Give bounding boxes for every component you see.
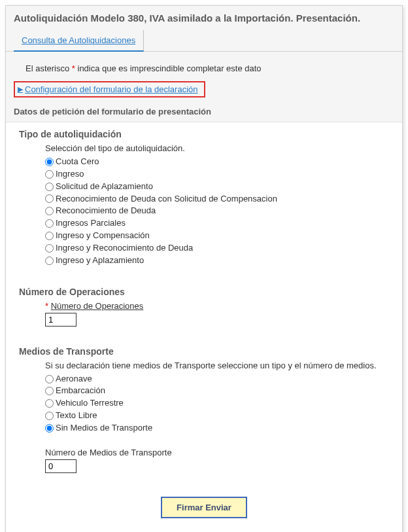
form-content: Tipo de autoliquidación Selección del ti… [6, 122, 402, 532]
numops-input[interactable] [45, 313, 76, 327]
config-link[interactable]: ▶ Configuración del formulario de la dec… [14, 81, 205, 98]
tipo-radio[interactable] [45, 194, 54, 203]
medios-radio[interactable] [45, 424, 54, 433]
tipo-radio[interactable] [45, 219, 54, 228]
medios-option-label: Sin Medios de Transporte [56, 422, 152, 434]
tipo-option[interactable]: Ingreso y Compensación [45, 230, 389, 242]
tipo-radio[interactable] [45, 207, 54, 215]
section-header: Datos de petición del formulario de pres… [6, 104, 402, 122]
medios-radio[interactable] [45, 399, 54, 408]
numops-label: * Número de Operaciones [45, 301, 389, 311]
tipo-option[interactable]: Reconocimiento de Deuda con Solicitud de… [45, 193, 389, 205]
medios-radio-list: AeronaveEmbarcaciónVehiculo TerrestreTex… [45, 373, 389, 434]
tipo-option[interactable]: Ingreso [45, 168, 389, 181]
medios-option-label: Vehiculo Terrestre [56, 397, 124, 410]
medios-option-label: Texto Libre [56, 410, 97, 422]
tipo-radio[interactable] [45, 183, 54, 191]
info-suffix: indica que es imprescindible completar e… [75, 63, 262, 73]
medios-option-label: Aeronave [56, 373, 92, 385]
config-link-label: Configuración del formulario de la decla… [25, 84, 197, 94]
medios-option[interactable]: Aeronave [45, 373, 389, 385]
tipo-option[interactable]: Reconocimiento de Deuda [45, 205, 389, 217]
tabs: Consulta de Autoliquidaciones [14, 30, 394, 51]
tipo-option-label: Ingresos Parciales [56, 217, 126, 230]
medios-num-row: Número de Medios de Transporte [45, 448, 389, 473]
tipo-radio[interactable] [45, 158, 54, 166]
medios-option[interactable]: Sin Medios de Transporte [45, 422, 389, 434]
info-prefix: El asterisco [26, 63, 72, 73]
tab-consulta[interactable]: Consulta de Autoliquidaciones [14, 30, 144, 52]
medios-subtitle: Si su declaración tiene medios de Transp… [45, 361, 389, 370]
config-link-wrap: ▶ Configuración del formulario de la dec… [6, 81, 402, 104]
medios-radio[interactable] [45, 375, 54, 383]
tipo-option-label: Reconocimiento de Deuda [56, 205, 156, 217]
medios-num-input[interactable] [45, 459, 76, 473]
firmar-enviar-button[interactable]: Firmar Enviar [161, 497, 247, 518]
required-asterisk-icon: * [45, 301, 51, 311]
numops-title: Número de Operaciones [19, 287, 389, 297]
form-container: Autoliquidación Modelo 380, IVA asimilad… [5, 5, 403, 532]
tipo-radio[interactable] [45, 232, 54, 240]
tipo-option-label: Ingreso y Compensación [56, 230, 150, 242]
tipo-option-label: Solicitud de Aplazamiento [56, 181, 153, 193]
button-row: Firmar Enviar [19, 486, 389, 531]
tipo-option[interactable]: Cuota Cero [45, 156, 389, 168]
numops-row: * Número de Operaciones [45, 301, 389, 327]
tipo-option[interactable]: Ingreso y Reconocimiento de Deuda [45, 242, 389, 255]
medios-radio[interactable] [45, 412, 54, 420]
chevron-right-icon: ▶ [18, 85, 23, 94]
tipo-option-label: Cuota Cero [56, 156, 99, 168]
tipo-title: Tipo de autoliquidación [19, 129, 389, 139]
tipo-option[interactable]: Solicitud de Aplazamiento [45, 181, 389, 193]
tipo-option-label: Ingreso y Aplazamiento [56, 255, 144, 267]
tipo-option-label: Reconocimiento de Deuda con Solicitud de… [56, 193, 277, 205]
tipo-radio[interactable] [45, 244, 54, 253]
info-note: El asterisco * indica que es imprescindi… [6, 52, 402, 81]
tipo-option[interactable]: Ingresos Parciales [45, 217, 389, 230]
tipo-option-label: Ingreso [56, 168, 84, 181]
tipo-radio-list: Cuota CeroIngresoSolicitud de Aplazamien… [45, 156, 389, 267]
medios-radio[interactable] [45, 387, 54, 395]
tipo-option-label: Ingreso y Reconocimiento de Deuda [56, 242, 193, 255]
medios-num-label: Número de Medios de Transporte [45, 448, 389, 457]
tipo-option[interactable]: Ingreso y Aplazamiento [45, 255, 389, 267]
tipo-subtitle: Selección del tipo de autoliquidación. [45, 143, 389, 153]
tipo-radio[interactable] [45, 170, 54, 179]
medios-title: Medios de Transporte [19, 346, 389, 357]
numops-label-text: Número de Operaciones [51, 301, 144, 311]
page-title: Autoliquidación Modelo 380, IVA asimilad… [14, 12, 394, 24]
medios-option-label: Embarcación [56, 385, 105, 397]
header: Autoliquidación Modelo 380, IVA asimilad… [6, 6, 402, 52]
tipo-radio[interactable] [45, 257, 54, 265]
medios-option[interactable]: Embarcación [45, 385, 389, 397]
medios-option[interactable]: Texto Libre [45, 410, 389, 422]
medios-option[interactable]: Vehiculo Terrestre [45, 397, 389, 410]
